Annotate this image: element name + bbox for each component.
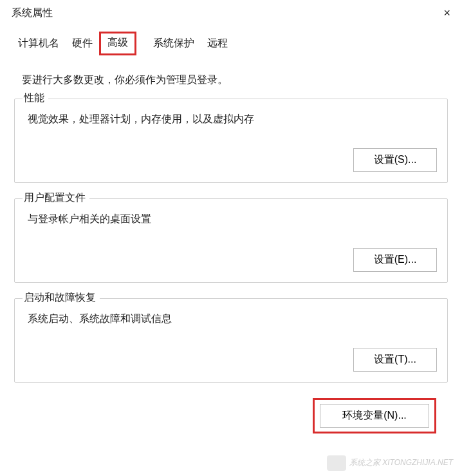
group-user-profiles-actions: 设置(E)... [25,240,437,272]
user-profiles-settings-button[interactable]: 设置(E)... [353,248,437,272]
group-performance-desc: 视觉效果，处理器计划，内存使用，以及虚拟内存 [25,113,437,140]
performance-settings-button[interactable]: 设置(S)... [353,148,437,172]
watermark-text: 系统之家 XITONGZHIJIA.NET [349,458,453,467]
tab-system-protection[interactable]: 系统保护 [147,33,201,55]
tab-advanced[interactable]: 高级 [99,32,136,55]
group-user-profiles-label: 用户配置文件 [23,191,89,205]
watermark: 系统之家 XITONGZHIJIA.NET [327,455,453,471]
close-icon[interactable]: × [439,6,454,20]
tab-hardware[interactable]: 硬件 [66,33,99,55]
group-startup-recovery-desc: 系统启动、系统故障和调试信息 [25,312,437,340]
group-startup-recovery: 启动和故障恢复 系统启动、系统故障和调试信息 设置(T)... [14,298,448,383]
group-startup-recovery-label: 启动和故障恢复 [23,291,100,305]
group-performance-label: 性能 [23,91,48,105]
tab-computer-name[interactable]: 计算机名 [12,33,66,55]
title-bar: 系统属性 × [0,0,462,29]
group-user-profiles: 用户配置文件 与登录帐户相关的桌面设置 设置(E)... [14,198,448,283]
group-performance: 性能 视觉效果，处理器计划，内存使用，以及虚拟内存 设置(S)... [14,99,448,183]
environment-variables-button[interactable]: 环境变量(N)... [320,404,429,428]
watermark-icon [327,455,346,471]
tab-remote[interactable]: 远程 [201,33,234,55]
env-variables-row: 环境变量(N)... [12,398,450,433]
admin-notice: 要进行大多数更改，你必须作为管理员登录。 [12,66,450,99]
startup-recovery-settings-button[interactable]: 设置(T)... [353,348,437,372]
group-startup-recovery-actions: 设置(T)... [25,340,437,372]
group-performance-actions: 设置(S)... [25,140,437,172]
env-variables-highlight: 环境变量(N)... [313,398,436,433]
tab-content-advanced: 要进行大多数更改，你必须作为管理员登录。 性能 视觉效果，处理器计划，内存使用，… [0,55,462,433]
group-user-profiles-desc: 与登录帐户相关的桌面设置 [25,213,437,240]
tab-strip: 计算机名 硬件 高级 系统保护 远程 [0,29,462,55]
window-title: 系统属性 [12,6,53,20]
